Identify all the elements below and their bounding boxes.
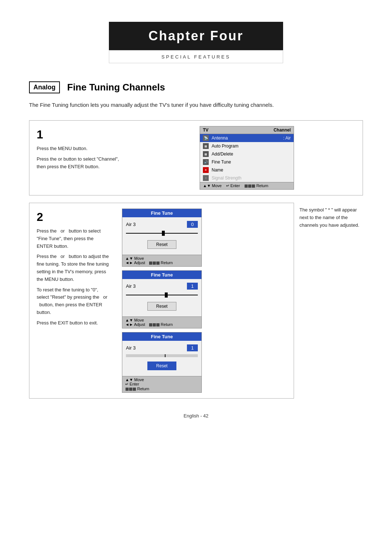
ft-f2-adjust: ◄► Adjust <box>125 322 145 327</box>
step1-text-line2: Press the or button to select "Channel",… <box>37 156 124 171</box>
footer-text: English - 42 <box>184 413 209 419</box>
fine-tune-row-3: Air 3 1 <box>126 344 198 351</box>
name-label: Name <box>212 167 223 173</box>
ft-value-2: 1 <box>187 283 198 290</box>
slider-thumb-2 <box>165 292 168 298</box>
step2-left: 2 Press the or button to select "Fine Tu… <box>29 203 117 398</box>
step2-text-p4: Press the EXIT button to exit. <box>37 319 109 327</box>
fine-tune-row-1: Air 3 0 <box>126 221 198 228</box>
ft-f3-enter: ↵ Enter <box>125 382 139 387</box>
footer-move: ▲▼ Move <box>203 183 222 188</box>
slider-track-2 <box>126 295 198 295</box>
tv-menu: TV Channel 📡 Antenna : Air ▦ Auto Progra… <box>200 126 294 190</box>
step2-number: 2 <box>37 210 109 224</box>
x-icon: ✕ <box>203 167 209 173</box>
ft-reset-3-highlighted: Reset <box>147 362 176 370</box>
autoprog-label: Auto Program <box>212 144 238 149</box>
ft-footer-row-3c: ▦▦▦ Return <box>125 387 199 391</box>
step2-text-p1: Press the or button to select "Fine Tune… <box>37 227 109 250</box>
fine-tune-body-3: Air 3 1 Reset <box>122 341 201 376</box>
ft-reset-wrapper-2: Reset <box>126 300 198 313</box>
ft-f2-return: ▦▦▦ Return <box>149 322 173 327</box>
ft-footer-2: ▲▼ Move ◄► Adjust ▦▦▦ Return <box>122 316 201 328</box>
step1-right: TV Channel 📡 Antenna : Air ▦ Auto Progra… <box>131 121 363 195</box>
antenna-label: Antenna <box>212 136 228 141</box>
fine-tune-header-3: Fine Tune <box>122 332 201 341</box>
step2-wrapper: 2 Press the or button to select "Fine Tu… <box>29 203 363 399</box>
ft-value-1: 0 <box>187 221 198 228</box>
slider-thumb-1 <box>162 231 165 236</box>
ft-f3-move: ▲▼ Move <box>125 377 144 382</box>
tv-menu-row-antenna: 📡 Antenna : Air <box>200 134 294 142</box>
step1-text: Press the MENU button. Press the or butt… <box>37 145 124 170</box>
content-area: Analog Fine Tuning Channels The Fine Tun… <box>29 81 363 399</box>
step2-text-p3: To reset the fine tuning to "0", select … <box>37 286 109 316</box>
ft-reset-wrapper-3: Reset <box>126 359 198 372</box>
fine-tune-slider-1 <box>126 231 198 236</box>
autoprog-icon: ▦ <box>203 143 209 149</box>
antenna-value: : Air <box>283 136 291 141</box>
step2-main-block: 2 Press the or button to select "Fine Tu… <box>29 203 294 399</box>
footer-enter: ↵ Enter <box>226 183 240 188</box>
ft-footer-row-1a: ▲▼ Move <box>125 256 199 261</box>
section-heading: Analog Fine Tuning Channels <box>29 81 363 93</box>
ft-f3-return: ▦▦▦ Return <box>125 387 149 391</box>
ft-footer-row-2a: ▲▼ Move <box>125 318 199 322</box>
chapter-subtitle: Special Features <box>162 54 230 60</box>
fine-tune-row-2: Air 3 1 <box>126 283 198 290</box>
finetune-label: Fine Tune <box>212 160 231 165</box>
fine-tune-body-2: Air 3 1 Reset <box>122 279 201 316</box>
section-title: Fine Tuning Channels <box>67 82 165 93</box>
ft-f1-adjust: ◄► Adjust <box>125 261 145 265</box>
fine-tune-screen-2: Fine Tune Air 3 1 Reset <box>122 270 202 328</box>
ft-footer-row-3a: ▲▼ Move <box>125 377 199 382</box>
slider-indicator-3 <box>165 354 166 357</box>
step2-side-note: The symbol " * " will appear next to the… <box>294 203 363 399</box>
tv-menu-row-name: ✕ Name <box>200 166 294 174</box>
step1-left: 1 Press the MENU button. Press the or bu… <box>29 121 131 195</box>
ft-value-3: 1 <box>187 344 198 351</box>
step1-number: 1 <box>37 128 124 141</box>
footer-return: ▦▦▦ Return <box>244 183 268 188</box>
step2-text: Press the or button to select "Fine Tune… <box>37 227 109 327</box>
section-description: The Fine Tuning function lets you manual… <box>29 101 363 109</box>
page-footer: English - 42 <box>0 399 392 429</box>
ft-footer-row-3b: ↵ Enter <box>125 382 199 387</box>
ft-reset-wrapper-1: Reset <box>126 238 198 251</box>
dots-icon: ⁞ <box>203 175 209 181</box>
tv-menu-footer: ▲▼ Move ↵ Enter ▦▦▦ Return <box>200 182 294 189</box>
tv-menu-tv-label: TV <box>203 128 208 133</box>
step2-text-p2: Press the or button to adjust the fine t… <box>37 253 109 283</box>
adddelete-label: Add/Delete <box>212 152 233 157</box>
tv-menu-channel-label: Channel <box>274 128 291 133</box>
tv-menu-row-autoprog: ▦ Auto Program <box>200 142 294 150</box>
step2-note-text: The symbol " * " will appear next to the… <box>299 206 359 229</box>
ft-f2-move: ▲▼ Move <box>125 318 144 322</box>
analog-badge: Analog <box>29 81 60 93</box>
ft-channel-3: Air 3 <box>126 345 136 351</box>
ft-reset-1: Reset <box>147 240 176 249</box>
step1-block: 1 Press the MENU button. Press the or bu… <box>29 120 363 195</box>
ft-footer-1: ▲▼ Move ◄► Adjust ▦▦▦ Return <box>122 255 201 266</box>
adddelete-icon: ▦ <box>203 151 209 157</box>
ft-footer-3: ▲▼ Move ↵ Enter ▦▦▦ Return <box>122 376 201 392</box>
chapter-subtitle-box: Special Features <box>109 50 283 63</box>
ft-footer-row-1b: ◄► Adjust ▦▦▦ Return <box>125 261 199 265</box>
ft-reset-2: Reset <box>147 302 176 311</box>
fine-tune-header-1: Fine Tune <box>122 209 201 217</box>
ft-f1-return: ▦▦▦ Return <box>149 261 173 265</box>
chapter-title-box: Chapter Four <box>109 22 283 50</box>
step1-text-line1: Press the MENU button. <box>37 145 124 153</box>
fine-tune-screen-1: Fine Tune Air 3 0 Reset <box>122 209 202 267</box>
ft-channel-2: Air 3 <box>126 283 136 289</box>
fine-tune-screen-3: Fine Tune Air 3 1 Reset <box>122 332 202 393</box>
ft-footer-row-2b: ◄► Adjust ▦▦▦ Return <box>125 322 199 327</box>
tv-menu-row-finetune: 🔊 Fine Tune <box>200 158 294 166</box>
sound-icon: 🔊 <box>203 159 209 165</box>
tv-menu-row-signal: ⁞ Signal Strength <box>200 174 294 182</box>
fine-tune-slider-2 <box>126 292 198 298</box>
fine-tune-header-2: Fine Tune <box>122 271 201 279</box>
chapter-header: Chapter Four Special Features <box>109 22 283 63</box>
signal-label: Signal Strength <box>212 175 241 181</box>
antenna-icon: 📡 <box>203 135 209 141</box>
